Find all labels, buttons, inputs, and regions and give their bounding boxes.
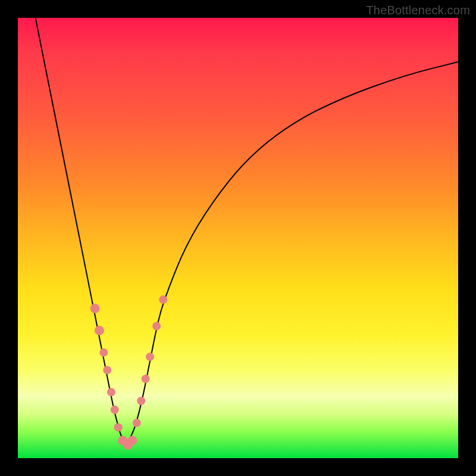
highlight-bead bbox=[107, 388, 115, 396]
bottleneck-curve bbox=[36, 18, 458, 441]
chart-plot-area bbox=[18, 18, 458, 458]
highlight-bead bbox=[146, 353, 154, 361]
chart-overlay-svg bbox=[18, 18, 458, 458]
watermark-text: TheBottleneck.com bbox=[366, 4, 470, 17]
highlight-bead bbox=[127, 436, 137, 445]
highlight-bead bbox=[142, 375, 150, 383]
highlight-bead bbox=[103, 366, 111, 374]
highlight-bead bbox=[159, 296, 167, 304]
highlight-bead bbox=[114, 423, 123, 431]
highlight-bead bbox=[152, 322, 161, 330]
chart-frame: TheBottleneck.com bbox=[0, 0, 476, 476]
highlight-bead bbox=[99, 348, 108, 356]
highlight-bead bbox=[90, 303, 100, 313]
highlight-bead bbox=[111, 406, 119, 414]
highlight-bead bbox=[95, 325, 104, 335]
highlight-bead bbox=[137, 397, 145, 405]
highlight-beads-group bbox=[90, 296, 168, 450]
highlight-bead bbox=[133, 419, 141, 427]
